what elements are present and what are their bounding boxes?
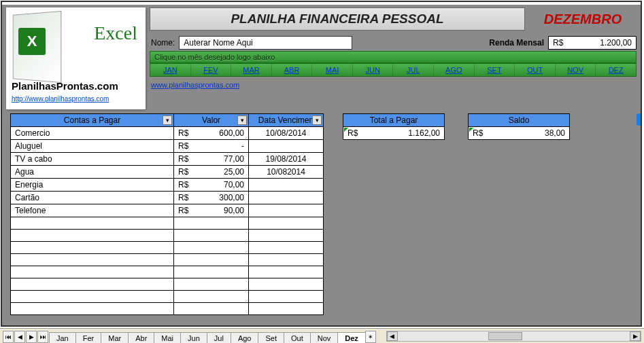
- scroll-right-button[interactable]: ▶: [630, 331, 641, 341]
- saldo-label: Saldo: [468, 113, 570, 127]
- sheet-tab-abr[interactable]: Abr: [128, 332, 154, 343]
- sheet-tab-nov[interactable]: Nov: [310, 332, 339, 343]
- logo-brand-url: http://www.planilhasprontas.com: [12, 95, 109, 103]
- table-row: TelefoneR$90,00: [11, 204, 324, 217]
- filter-dropdown-icon[interactable]: ▾: [163, 115, 172, 125]
- cell-valor[interactable]: R$70,00: [174, 179, 249, 192]
- sheet-tab-jul[interactable]: Jul: [207, 332, 231, 343]
- month-link-jul[interactable]: JUL: [393, 64, 434, 76]
- cell-data[interactable]: 10/082014: [249, 166, 324, 179]
- cell-valor[interactable]: R$600,00: [174, 127, 249, 140]
- sheet-tab-mai[interactable]: Mai: [154, 332, 181, 343]
- table-row: [11, 266, 324, 278]
- col-header-contas[interactable]: Contas a Pagar ▾: [11, 114, 174, 127]
- renda-value-cell[interactable]: R$ 1.200,00: [548, 36, 637, 50]
- month-link-set[interactable]: SET: [475, 64, 515, 76]
- sheet-tab-set[interactable]: Set: [258, 332, 284, 343]
- table-row: [11, 291, 324, 303]
- table-row: [11, 217, 324, 230]
- table-row: [11, 242, 324, 254]
- scroll-thumb[interactable]: [488, 332, 522, 340]
- tab-nav-next[interactable]: ▶: [26, 331, 37, 343]
- cell-data[interactable]: [249, 140, 324, 153]
- table-row: EnergiaR$70,00: [11, 179, 324, 192]
- cell-valor[interactable]: R$300,00: [174, 192, 249, 204]
- month-link-nov[interactable]: NOV: [556, 64, 596, 76]
- filter-dropdown-icon[interactable]: ▾: [312, 115, 322, 125]
- table-row: [11, 303, 324, 315]
- excel-icon: X: [18, 28, 46, 55]
- expenses-table: Contas a Pagar ▾ Valor ▾ Data Vencimen ▾…: [10, 113, 324, 315]
- total-value-cell[interactable]: R$ 1.162,00: [343, 127, 445, 140]
- sheet-tab-jan[interactable]: Jan: [49, 332, 76, 343]
- cell-data[interactable]: [249, 192, 324, 204]
- page-title: PLANILHA FINANCEIRA PESSOAL: [150, 7, 525, 31]
- cell-data[interactable]: 19/08/2014: [249, 153, 324, 166]
- cell-contas[interactable]: TV a cabo: [11, 153, 174, 166]
- sheet-tab-jun[interactable]: Jun: [180, 332, 207, 343]
- sheet-tab-ago[interactable]: Ago: [231, 332, 259, 343]
- sheet-tab-mar[interactable]: Mar: [101, 332, 129, 343]
- total-box: Total a Pagar R$ 1.162,00: [343, 113, 445, 315]
- cell-valor[interactable]: R$25,00: [174, 166, 249, 179]
- table-row: [11, 230, 324, 242]
- cell-contas[interactable]: Energia: [11, 179, 174, 192]
- table-row: AluguelR$-: [11, 140, 324, 153]
- new-sheet-button[interactable]: ✶: [365, 331, 376, 343]
- sheet-tab-strip: ⏮ ◀ ▶ ⏭ JanFerMarAbrMaiJunJulAgoSetOutNo…: [0, 328, 644, 343]
- logo-image: X Excel PlanilhasProntas.com http://www.…: [6, 7, 146, 109]
- formula-indicator-icon: [344, 128, 348, 132]
- table-row: TV a caboR$77,0019/08/2014: [11, 153, 324, 166]
- month-link-dez[interactable]: DEZ: [596, 64, 636, 76]
- cell-contas[interactable]: Cartão: [11, 192, 174, 204]
- month-link-abr[interactable]: ABR: [272, 64, 313, 76]
- table-row: CartãoR$300,00: [11, 192, 324, 204]
- cell-valor[interactable]: R$90,00: [174, 204, 249, 217]
- month-link-jan[interactable]: JAN: [150, 64, 191, 76]
- worksheet-frame: X Excel PlanilhasProntas.com http://www.…: [1, 1, 642, 327]
- sheet-tab-fer[interactable]: Fer: [75, 332, 102, 343]
- cell-valor[interactable]: R$77,00: [174, 153, 249, 166]
- tab-nav-first[interactable]: ⏮: [3, 331, 14, 343]
- col-header-data[interactable]: Data Vencimen ▾: [249, 114, 324, 127]
- col-header-valor[interactable]: Valor ▾: [174, 114, 249, 127]
- month-link-ago[interactable]: AGO: [434, 64, 475, 76]
- table-row: ComercioR$600,0010/08/2014: [11, 127, 324, 140]
- scroll-left-button[interactable]: ◀: [387, 331, 398, 341]
- table-row: [11, 278, 324, 291]
- tab-nav-prev[interactable]: ◀: [14, 331, 25, 343]
- renda-amount: 1.200,00: [600, 38, 632, 48]
- site-link[interactable]: www.planilhasprontas.com: [151, 81, 239, 89]
- filter-dropdown-icon[interactable]: ▾: [237, 115, 247, 125]
- month-link-jun[interactable]: JUN: [353, 64, 394, 76]
- cell-data[interactable]: 10/08/2014: [249, 127, 324, 140]
- cell-contas[interactable]: Aluguel: [11, 140, 174, 153]
- sheet-tab-dez[interactable]: Dez: [337, 332, 366, 343]
- month-nav: JANFEVMARABRMAIJUNJULAGOSETOUTNOVDEZ: [150, 63, 637, 77]
- month-link-mai[interactable]: MAI: [312, 64, 353, 76]
- total-label: Total a Pagar: [343, 113, 445, 127]
- cell-contas[interactable]: Comercio: [11, 127, 174, 140]
- nome-input[interactable]: Auterar Nome Aqui: [179, 36, 352, 50]
- month-link-mar[interactable]: MAR: [231, 64, 272, 76]
- logo-excel-text: Excel: [94, 22, 137, 44]
- logo-brand-text: PlanilhasProntas.com: [12, 80, 118, 92]
- cell-contas[interactable]: Agua: [11, 166, 174, 179]
- cell-data[interactable]: [249, 204, 324, 217]
- cell-data[interactable]: [249, 179, 324, 192]
- renda-currency: R$: [553, 38, 563, 48]
- renda-label: Renda Mensal: [489, 38, 544, 48]
- saldo-box: Saldo R$ 38,00: [468, 113, 570, 315]
- sheet-tab-out[interactable]: Out: [284, 332, 311, 343]
- nome-label: Nome:: [151, 38, 175, 48]
- current-month: DEZEMBRO: [525, 8, 641, 31]
- cell-contas[interactable]: Telefone: [11, 204, 174, 217]
- tab-nav-last[interactable]: ⏭: [37, 331, 48, 343]
- month-link-fev[interactable]: FEV: [191, 64, 232, 76]
- month-link-out[interactable]: OUT: [515, 64, 556, 76]
- cell-valor[interactable]: R$-: [174, 140, 249, 153]
- horizontal-scrollbar[interactable]: ◀ ▶: [386, 331, 641, 342]
- table-row: AguaR$25,0010/082014: [11, 166, 324, 179]
- formula-indicator-icon: [469, 128, 473, 132]
- saldo-value-cell[interactable]: R$ 38,00: [468, 127, 570, 140]
